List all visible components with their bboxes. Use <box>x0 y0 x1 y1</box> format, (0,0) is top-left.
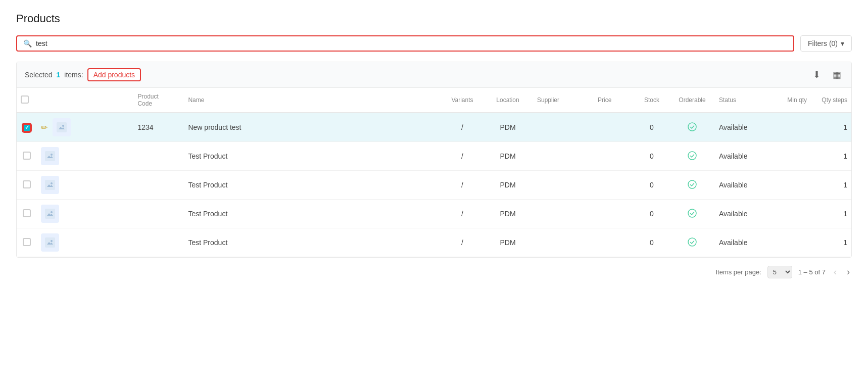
chevron-down-icon: ▾ <box>841 39 844 47</box>
row-location: PDM <box>483 142 533 171</box>
product-thumbnail <box>41 233 59 252</box>
row-checkbox-cell <box>17 142 37 171</box>
row-min-qty <box>770 228 811 257</box>
download-button[interactable]: ⬇ <box>811 67 823 82</box>
pagination-bar: Items per page: 5 10 25 50 1 – 5 of 7 ‹ … <box>16 258 852 280</box>
row-checkbox[interactable] <box>23 124 31 132</box>
header-location: Location <box>483 88 533 113</box>
row-stock: 0 <box>634 171 669 200</box>
row-min-qty <box>770 142 811 171</box>
per-page-select[interactable]: 5 10 25 50 <box>767 266 792 278</box>
svg-point-8 <box>688 180 696 188</box>
row-supplier <box>533 142 594 171</box>
svg-point-1 <box>62 125 64 127</box>
select-all-checkbox[interactable] <box>21 95 29 104</box>
product-thumbnail <box>41 147 59 165</box>
row-supplier <box>533 171 594 200</box>
row-variants: / <box>442 200 483 228</box>
row-location: PDM <box>483 171 533 200</box>
row-orderable <box>669 200 715 228</box>
row-checkbox[interactable] <box>23 180 31 188</box>
search-input[interactable] <box>36 39 787 47</box>
header-stock: Stock <box>634 88 669 113</box>
row-status: Available <box>715 142 770 171</box>
edit-icon[interactable]: ✏ <box>41 123 47 132</box>
svg-rect-6 <box>45 180 55 190</box>
row-checkbox[interactable] <box>23 238 31 246</box>
row-supplier <box>533 228 594 257</box>
row-variants: / <box>442 142 483 171</box>
columns-button[interactable]: ▦ <box>831 67 843 82</box>
download-icon: ⬇ <box>813 70 821 80</box>
next-page-button[interactable]: › <box>845 266 852 278</box>
row-qty-steps: 1 <box>811 142 851 171</box>
items-per-page-label: Items per page: <box>715 268 761 276</box>
row-supplier <box>533 200 594 228</box>
row-variants: / <box>442 228 483 257</box>
product-thumbnail <box>41 205 59 223</box>
filters-label: Filters (0) <box>808 39 838 47</box>
row-stock: 0 <box>634 200 669 228</box>
row-image-cell <box>37 228 133 257</box>
selection-prefix: Selected <box>25 71 52 79</box>
row-name: Test Product <box>184 171 442 200</box>
header-qty-steps: Qty steps <box>811 88 851 113</box>
row-stock: 0 <box>634 228 669 257</box>
row-min-qty <box>770 200 811 228</box>
row-checkbox[interactable] <box>23 152 31 160</box>
row-product-code: 1234 <box>133 113 184 142</box>
row-name: Test Product <box>184 200 442 228</box>
row-image-cell <box>37 200 133 228</box>
products-table: ProductCode Name Variants Location Suppl… <box>17 88 851 257</box>
row-stock: 0 <box>634 113 669 142</box>
row-supplier <box>533 113 594 142</box>
selection-bar: Selected 1 items: Add products ⬇ ▦ <box>17 62 851 88</box>
svg-point-14 <box>688 238 696 246</box>
header-img <box>37 88 133 113</box>
row-product-code <box>133 200 184 228</box>
add-products-button[interactable]: Add products <box>87 68 141 81</box>
row-qty-steps: 1 <box>811 200 851 228</box>
table-header: ProductCode Name Variants Location Suppl… <box>17 88 851 113</box>
product-thumbnail <box>41 176 59 194</box>
row-price <box>594 228 634 257</box>
page-title: Products <box>16 12 852 25</box>
prev-page-button[interactable]: ‹ <box>832 266 839 278</box>
table-row: Test Product/PDM0Available1 <box>17 142 851 171</box>
row-orderable <box>669 171 715 200</box>
header-product-code: ProductCode <box>133 88 184 113</box>
row-price <box>594 142 634 171</box>
row-price <box>594 200 634 228</box>
row-status: Available <box>715 200 770 228</box>
row-stock: 0 <box>634 142 669 171</box>
table-row: Test Product/PDM0Available1 <box>17 200 851 228</box>
header-variants: Variants <box>442 88 483 113</box>
row-checkbox[interactable] <box>23 209 31 217</box>
svg-point-13 <box>51 240 53 242</box>
row-price <box>594 171 634 200</box>
header-checkbox-cell <box>17 88 37 113</box>
row-variants: / <box>442 113 483 142</box>
header-name: Name <box>184 88 442 113</box>
row-orderable <box>669 142 715 171</box>
table-row: Test Product/PDM0Available1 <box>17 171 851 200</box>
row-name: New product test <box>184 113 442 142</box>
row-checkbox-cell <box>17 171 37 200</box>
header-supplier: Supplier <box>533 88 594 113</box>
orderable-check-icon <box>687 208 697 218</box>
row-name: Test Product <box>184 142 442 171</box>
table-section: Selected 1 items: Add products ⬇ ▦ <box>16 62 852 258</box>
row-variants: / <box>442 171 483 200</box>
row-status: Available <box>715 228 770 257</box>
row-price <box>594 113 634 142</box>
svg-point-11 <box>688 209 696 217</box>
row-orderable <box>669 113 715 142</box>
filters-button[interactable]: Filters (0) ▾ <box>800 35 852 52</box>
svg-rect-12 <box>45 237 55 248</box>
orderable-check-icon <box>687 122 697 132</box>
toolbar-right: ⬇ ▦ <box>811 67 843 82</box>
row-product-code <box>133 142 184 171</box>
row-product-code <box>133 228 184 257</box>
svg-rect-0 <box>57 122 67 132</box>
row-location: PDM <box>483 113 533 142</box>
